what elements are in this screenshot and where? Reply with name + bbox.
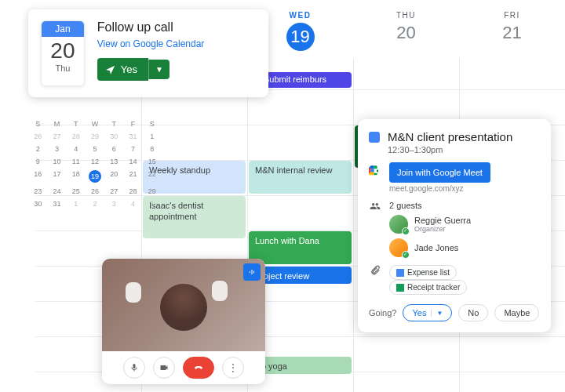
- avatar: [389, 238, 408, 257]
- mini-calendar-day[interactable]: 4: [67, 143, 86, 155]
- going-no-button[interactable]: No: [458, 304, 488, 321]
- event-time: 12:30–1:30pm: [388, 145, 540, 154]
- day-header-fri[interactable]: FRI 21: [459, 11, 565, 58]
- camera-button[interactable]: [153, 357, 175, 379]
- event-lunch-dana[interactable]: Lunch with Dana: [249, 231, 352, 264]
- mini-calendar-day[interactable]: 31: [123, 130, 142, 143]
- date-tile: Jan 20 Thu: [41, 20, 85, 86]
- event-mn-internal[interactable]: M&N internal review: [249, 161, 352, 194]
- mini-calendar-day[interactable]: 16: [28, 168, 47, 185]
- guest-count: 2 guests: [389, 201, 540, 210]
- going-label: Going?: [369, 308, 396, 318]
- mini-calendar-day[interactable]: 3: [104, 198, 123, 210]
- mini-calendar-day[interactable]: 12: [86, 155, 104, 168]
- mini-calendar-day[interactable]: 29: [86, 130, 104, 143]
- event-detail-card: M&N client presentation 12:30–1:30pm Joi…: [358, 119, 551, 332]
- mini-calendar-day[interactable]: 23: [28, 185, 47, 198]
- people-icon: [369, 201, 381, 214]
- mini-calendar-day[interactable]: 14: [123, 155, 142, 168]
- mini-calendar-day[interactable]: 15: [143, 155, 162, 168]
- mini-calendar-day[interactable]: 5: [143, 198, 162, 210]
- sheet-icon: [396, 284, 404, 292]
- avatar: [389, 215, 408, 234]
- mini-calendar-day[interactable]: 30: [104, 130, 123, 143]
- mini-calendar-day[interactable]: 24: [47, 185, 66, 198]
- attachment-expense-list[interactable]: Expense list: [389, 265, 457, 280]
- more-options-button[interactable]: ⋮: [222, 357, 244, 379]
- mini-calendar-day[interactable]: 9: [28, 155, 47, 168]
- mini-calendar-day[interactable]: 31: [47, 198, 66, 210]
- mini-calendar-day[interactable]: 29: [143, 185, 162, 198]
- event-title: M&N client presentation: [388, 130, 512, 143]
- mini-calendar-day[interactable]: 28: [123, 185, 142, 198]
- mini-calendar-day[interactable]: 11: [67, 155, 86, 168]
- followup-title: Follow up call: [97, 20, 256, 34]
- video-feed: [102, 259, 265, 351]
- going-yes-button[interactable]: Yes▼: [403, 304, 452, 321]
- mute-button[interactable]: [123, 357, 145, 379]
- mini-calendar-day[interactable]: 17: [47, 168, 66, 185]
- svg-rect-1: [252, 270, 253, 274]
- meet-url: meet.google.com/xyz: [389, 184, 540, 193]
- mini-calendar-day[interactable]: 1: [67, 198, 86, 210]
- location-arrow-icon: [105, 64, 116, 75]
- going-maybe-button[interactable]: Maybe: [494, 304, 539, 321]
- date-tile-day: 20: [42, 38, 84, 64]
- mini-calendar-day[interactable]: 1: [143, 130, 162, 143]
- mini-calendar-day[interactable]: 5: [86, 143, 104, 155]
- mini-calendar-day[interactable]: 18: [67, 168, 86, 185]
- mini-calendar-day[interactable]: 22: [143, 168, 162, 185]
- event-color-swatch: [369, 132, 380, 143]
- mini-calendar-day[interactable]: 25: [67, 185, 86, 198]
- mini-calendar-day[interactable]: 8: [143, 143, 162, 155]
- mini-calendar-day[interactable]: 21: [123, 168, 142, 185]
- video-controls: ⋮: [102, 351, 265, 384]
- mini-calendar-day[interactable]: 26: [28, 130, 47, 143]
- view-calendar-link[interactable]: View on Google Calendar: [97, 38, 205, 49]
- day-header-thu[interactable]: THU 20: [353, 11, 459, 58]
- mini-calendar[interactable]: SMTWTFS 26272829303112345678910111213141…: [28, 118, 162, 210]
- mini-calendar-day[interactable]: 10: [47, 155, 66, 168]
- mini-calendar-day[interactable]: 28: [67, 130, 86, 143]
- attachment-icon: [369, 265, 381, 278]
- google-meet-icon: [369, 165, 381, 176]
- rsvp-yes-button[interactable]: Yes: [97, 58, 148, 81]
- join-meet-button[interactable]: Join with Google Meet: [389, 162, 490, 183]
- audio-indicator-icon: [243, 263, 261, 281]
- mini-calendar-day[interactable]: 27: [47, 130, 66, 143]
- mini-calendar-day[interactable]: 4: [123, 198, 142, 210]
- guest-jade[interactable]: Jade Jones: [389, 238, 540, 257]
- mini-calendar-day[interactable]: 20: [104, 168, 123, 185]
- date-tile-month: Jan: [42, 21, 84, 37]
- mini-calendar-day[interactable]: 7: [123, 143, 142, 155]
- mini-calendar-day[interactable]: 2: [86, 198, 104, 210]
- svg-rect-2: [253, 271, 254, 274]
- mini-calendar-day[interactable]: 3: [47, 143, 66, 155]
- mini-calendar-day[interactable]: 19: [86, 168, 104, 185]
- mini-calendar-day[interactable]: 26: [86, 185, 104, 198]
- attachment-receipt-tracker[interactable]: Receipt tracker: [389, 280, 467, 295]
- chevron-down-icon[interactable]: ▼: [431, 310, 443, 317]
- mini-calendar-day[interactable]: 13: [104, 155, 123, 168]
- mini-calendar-dow: SMTWTFS: [28, 118, 162, 130]
- doc-icon: [396, 269, 404, 277]
- rsvp-dropdown-button[interactable]: ▼: [148, 60, 170, 79]
- mini-calendar-day[interactable]: 27: [104, 185, 123, 198]
- video-call-card: ⋮: [102, 259, 265, 384]
- guest-reggie[interactable]: Reggie GuerraOrganizer: [389, 215, 540, 234]
- mini-calendar-day[interactable]: 30: [28, 198, 47, 210]
- followup-card: Jan 20 Thu Follow up call View on Google…: [28, 9, 268, 97]
- date-tile-dow: Thu: [42, 64, 84, 73]
- svg-rect-0: [250, 271, 250, 273]
- mini-calendar-day[interactable]: 2: [28, 143, 47, 155]
- mini-calendar-day[interactable]: 6: [104, 143, 123, 155]
- end-call-button[interactable]: [183, 357, 214, 379]
